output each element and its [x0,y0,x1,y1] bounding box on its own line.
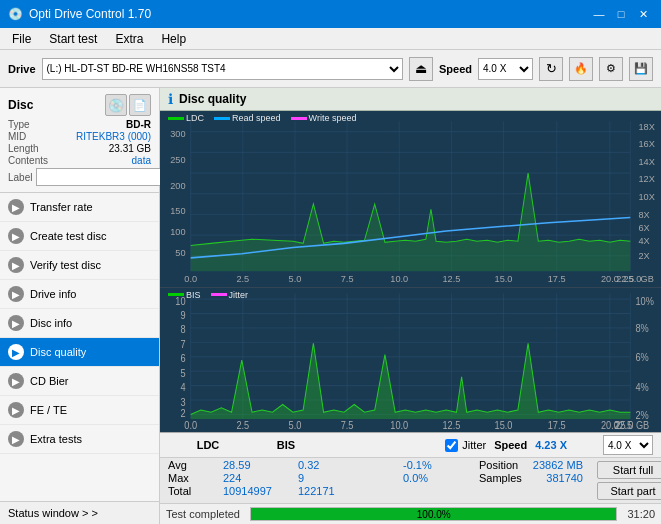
svg-text:2X: 2X [639,251,650,261]
speed-stat-select[interactable]: 4.0 X [603,435,653,455]
jitter-checkbox[interactable] [445,439,458,452]
svg-text:8: 8 [180,324,185,335]
fe-te-icon: ▶ [8,402,24,418]
drive-select[interactable]: (L:) HL-DT-ST BD-RE WH16NS58 TST4 [42,58,403,80]
svg-text:5.0: 5.0 [289,274,302,284]
speed-select[interactable]: 4.0 X [478,58,533,80]
progress-row: Test completed 100.0% 31:20 [160,504,661,524]
title-bar-left: 💿 Opti Drive Control 1.70 [8,7,151,21]
col-bis-header: BIS [256,439,316,451]
status-window-btn[interactable]: Status window > > [0,501,159,524]
disc-mid-label: MID [8,131,26,142]
progress-bar: 100.0% [250,507,617,521]
svg-text:0.0: 0.0 [184,274,197,284]
svg-text:7: 7 [180,338,185,349]
disc-mid-value: RITEKBR3 (000) [76,131,151,142]
max-jitter-value: 0.0% [403,472,463,484]
disc-type-label: Type [8,119,30,130]
svg-text:25.0 GB: 25.0 GB [615,419,649,430]
svg-text:17.5: 17.5 [548,419,566,430]
speed-stat-label: Speed [494,439,527,451]
minimize-button[interactable]: — [589,4,609,24]
menu-help[interactable]: Help [153,30,194,48]
svg-text:7.5: 7.5 [341,274,354,284]
quality-title: Disc quality [179,92,246,106]
extra-tests-label: Extra tests [30,433,82,445]
fe-te-label: FE / TE [30,404,67,416]
chart-ldc: LDC Read speed Write speed [160,111,661,288]
disc-icon-2[interactable]: 📄 [129,94,151,116]
legend-write-speed: Write speed [291,113,357,123]
refresh-button[interactable]: ↻ [539,57,563,81]
maximize-button[interactable]: □ [611,4,631,24]
disc-length-label: Length [8,143,39,154]
chart-bis: BIS Jitter [160,288,661,432]
menu-file[interactable]: File [4,30,39,48]
speed-label: Speed [439,63,472,75]
svg-text:6: 6 [180,353,185,364]
svg-text:10.0: 10.0 [390,274,408,284]
disc-mid-row: MID RITEKBR3 (000) [8,131,151,142]
drive-info-icon: ▶ [8,286,24,302]
disc-type-value: BD-R [126,119,151,130]
svg-text:15.0: 15.0 [495,274,513,284]
svg-text:12X: 12X [639,174,655,184]
start-full-button[interactable]: Start full [597,461,661,479]
bottom-status: Test completed 100.0% 31:20 [160,503,661,524]
sidebar-item-disc-info[interactable]: ▶ Disc info [0,309,159,338]
avg-row: Avg 28.59 0.32 -0.1% [168,459,463,471]
sidebar-item-transfer-rate[interactable]: ▶ Transfer rate [0,193,159,222]
svg-text:4%: 4% [635,382,649,393]
disc-label-input[interactable] [36,168,169,186]
drive-info-label: Drive info [30,288,76,300]
close-button[interactable]: ✕ [633,4,653,24]
svg-text:8%: 8% [635,323,649,334]
stats-data-area: Avg 28.59 0.32 -0.1% Max 224 9 0.0% [160,458,661,503]
menu-start-test[interactable]: Start test [41,30,105,48]
svg-text:5.0: 5.0 [289,419,302,430]
menu-extra[interactable]: Extra [107,30,151,48]
jitter-label: Jitter [462,439,486,451]
speed-select-stat: 4.0 X [603,435,653,455]
drive-row: Drive (L:) HL-DT-ST BD-RE WH16NS58 TST4 … [0,50,661,88]
settings-button[interactable]: ⚙ [599,57,623,81]
stats-area: LDC BIS Jitter Speed 4.23 X [160,432,661,503]
status-window-label: Status window > > [8,507,98,519]
svg-text:0.0: 0.0 [184,419,197,430]
app-icon: 💿 [8,7,23,21]
col-ldc-header: LDC [168,439,248,451]
sidebar-item-extra-tests[interactable]: ▶ Extra tests [0,425,159,454]
legend-jitter: Jitter [211,290,249,300]
title-bar: 💿 Opti Drive Control 1.70 — □ ✕ [0,0,661,28]
svg-text:250: 250 [170,155,185,165]
disc-contents-row: Contents data [8,155,151,166]
position-value: 23862 MB [533,459,583,471]
app-container: 💿 Opti Drive Control 1.70 — □ ✕ File Sta… [0,0,661,524]
sidebar-item-drive-info[interactable]: ▶ Drive info [0,280,159,309]
avg-label: Avg [168,459,203,471]
sidebar-item-fe-te[interactable]: ▶ FE / TE [0,396,159,425]
body-area: Disc 💿 📄 Type BD-R MID RITEKBR3 (000) Le… [0,88,661,524]
max-ldc-value: 224 [223,472,278,484]
disc-contents-label: Contents [8,155,48,166]
disc-icon-1[interactable]: 💿 [105,94,127,116]
sidebar-item-disc-quality[interactable]: ▶ Disc quality [0,338,159,367]
sidebar-item-verify-test-disc[interactable]: ▶ Verify test disc [0,251,159,280]
start-part-button[interactable]: Start part [597,482,661,500]
svg-text:5: 5 [180,367,185,378]
jitter-check-group: Jitter [445,439,486,452]
sidebar-item-create-test-disc[interactable]: ▶ Create test disc [0,222,159,251]
eject-button[interactable]: ⏏ [409,57,433,81]
svg-text:6X: 6X [639,223,650,233]
save-button[interactable]: 💾 [629,57,653,81]
avg-jitter-value: -0.1% [403,459,463,471]
svg-text:150: 150 [170,206,185,216]
sidebar-item-cd-bier[interactable]: ▶ CD Bier [0,367,159,396]
disc-length-row: Length 23.31 GB [8,143,151,154]
svg-text:GB: GB [641,274,654,284]
svg-text:12.5: 12.5 [442,274,460,284]
samples-label: Samples [479,472,522,484]
svg-text:7.5: 7.5 [341,419,354,430]
burn-button[interactable]: 🔥 [569,57,593,81]
svg-text:6%: 6% [635,352,649,363]
